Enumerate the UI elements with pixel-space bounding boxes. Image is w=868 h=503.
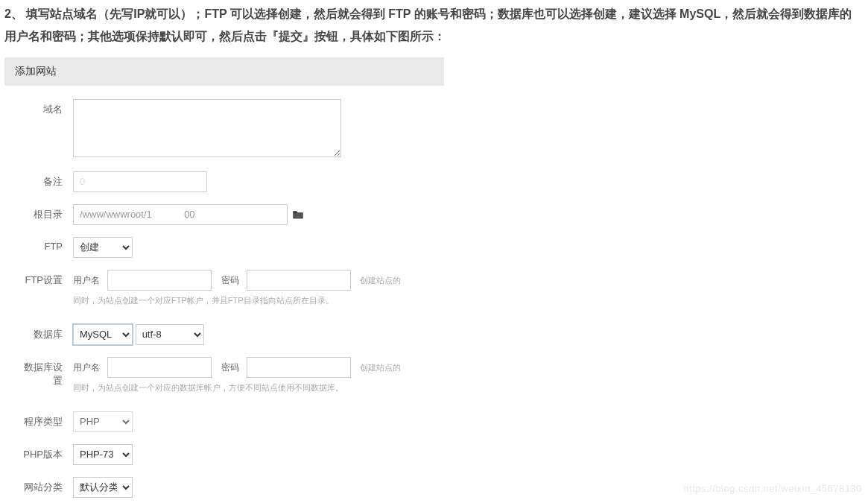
- label-category: 网站分类: [19, 477, 73, 494]
- program-select[interactable]: PHP: [73, 411, 133, 432]
- panel-title: 添加网站: [4, 57, 444, 86]
- add-site-panel: 添加网站 域名 备注 根目录 FTP: [4, 57, 444, 503]
- db-hint-right: 创建站点的: [360, 363, 401, 372]
- db-user-input[interactable]: [107, 357, 212, 378]
- folder-icon[interactable]: [292, 209, 304, 222]
- remark-input[interactable]: [73, 171, 207, 192]
- label-program: 程序类型: [19, 411, 73, 428]
- label-ftp-setting: FTP设置: [19, 270, 73, 287]
- label-ftp: FTP: [19, 237, 73, 252]
- php-version-select[interactable]: PHP-73: [73, 444, 133, 465]
- db-hint-below: 同时，为站点创建一个对应的数据库帐户，方便不同站点使用不同数据库。: [73, 382, 429, 393]
- ftp-user-input[interactable]: [107, 270, 212, 291]
- db-pwd-input[interactable]: [247, 357, 351, 378]
- ftp-select[interactable]: 创建: [73, 237, 133, 258]
- category-select[interactable]: 默认分类: [73, 477, 133, 498]
- label-db-setting: 数据库设置: [19, 357, 73, 387]
- label-root: 根目录: [19, 204, 73, 221]
- label-remark: 备注: [19, 171, 73, 189]
- ftp-hint-right: 创建站点的: [360, 276, 401, 285]
- label-php-ver: PHP版本: [19, 444, 73, 461]
- db-user-label: 用户名: [73, 362, 100, 373]
- instruction-text: 2、 填写站点域名（先写IP就可以）；FTP 可以选择创建，然后就会得到 FTP…: [0, 0, 868, 57]
- ftp-pwd-input[interactable]: [247, 270, 351, 291]
- watermark-text: https://blog.csdn.net/weixin_45678130: [683, 483, 862, 494]
- ftp-hint-below: 同时，为站点创建一个对应FTP帐户，并且FTP目录指向站点所在目录。: [73, 295, 429, 306]
- label-domain: 域名: [19, 99, 73, 116]
- ftp-pwd-label: 密码: [221, 275, 239, 285]
- form-body: 域名 备注 根目录 FTP 创建: [4, 86, 444, 503]
- db-type-select[interactable]: MySQL: [73, 324, 133, 345]
- db-pwd-label: 密码: [221, 362, 239, 373]
- ftp-user-label: 用户名: [73, 275, 100, 285]
- db-charset-select[interactable]: utf-8: [136, 324, 204, 345]
- domain-input[interactable]: [73, 99, 341, 157]
- root-path-input[interactable]: [73, 204, 288, 225]
- label-database: 数据库: [19, 324, 73, 341]
